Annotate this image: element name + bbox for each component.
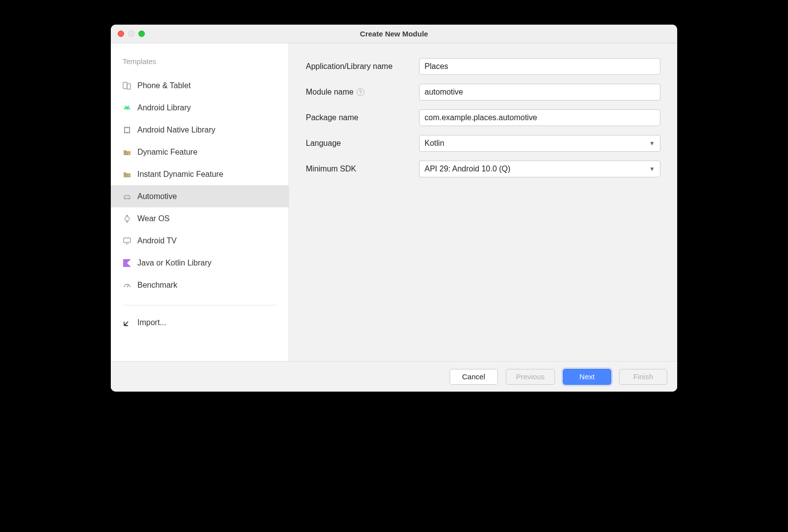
sidebar-item-label: Phone & Tablet <box>137 81 191 90</box>
templates-sidebar: Templates Phone & Tablet Android Library… <box>111 43 289 361</box>
sidebar-item-label: Java or Kotlin Library <box>137 259 211 267</box>
svg-rect-13 <box>128 153 130 155</box>
sidebar-item-java-kotlin-library[interactable]: Java or Kotlin Library <box>111 252 289 274</box>
svg-point-2 <box>126 107 127 108</box>
label-min-sdk: Minimum SDK <box>306 165 419 173</box>
sidebar-item-label: Dynamic Feature <box>137 148 197 157</box>
svg-line-19 <box>127 285 129 287</box>
svg-line-4 <box>125 105 126 107</box>
svg-rect-6 <box>125 128 130 133</box>
devices-icon <box>123 81 131 90</box>
cancel-button[interactable]: Cancel <box>450 369 498 385</box>
folder-bolt-icon <box>123 170 131 179</box>
titlebar: Create New Module <box>111 25 677 43</box>
sidebar-item-label: Benchmark <box>137 281 177 290</box>
sidebar-separator <box>123 305 277 305</box>
chevron-down-icon: ▼ <box>649 140 655 147</box>
svg-rect-0 <box>123 82 127 89</box>
select-value: Kotlin <box>425 139 444 148</box>
import-icon <box>123 318 131 327</box>
sidebar-item-instant-dynamic-feature[interactable]: Instant Dynamic Feature <box>111 163 289 185</box>
sidebar-item-label: Import... <box>137 318 166 327</box>
finish-button: Finish <box>619 369 667 385</box>
row-language: Language Kotlin ▼ <box>306 135 660 152</box>
watch-icon <box>123 214 131 223</box>
chevron-down-icon: ▼ <box>649 166 655 172</box>
sidebar-item-label: Android Library <box>137 103 191 112</box>
close-icon[interactable] <box>118 31 124 37</box>
svg-point-3 <box>128 107 129 108</box>
sidebar-item-wear-os[interactable]: Wear OS <box>111 207 289 230</box>
app-name-input[interactable] <box>419 58 660 75</box>
select-value: API 29: Android 10.0 (Q) <box>425 165 510 173</box>
svg-rect-1 <box>127 84 131 89</box>
sidebar-item-label: Android Native Library <box>137 126 215 134</box>
kotlin-icon <box>123 259 131 267</box>
native-icon <box>123 126 131 134</box>
dialog-window: Create New Module Templates Phone & Tabl… <box>111 25 677 392</box>
svg-rect-15 <box>126 215 128 216</box>
gauge-icon <box>123 281 131 290</box>
sidebar-heading: Templates <box>111 57 289 74</box>
row-app-name: Application/Library name <box>306 58 660 75</box>
row-min-sdk: Minimum SDK API 29: Android 10.0 (Q) ▼ <box>306 161 660 177</box>
next-button[interactable]: Next <box>563 369 611 385</box>
window-controls <box>118 31 145 37</box>
dialog-body: Templates Phone & Tablet Android Library… <box>111 43 677 361</box>
sidebar-item-phone-tablet[interactable]: Phone & Tablet <box>111 74 289 97</box>
folder-icon <box>123 148 131 157</box>
svg-rect-16 <box>126 221 128 222</box>
svg-rect-17 <box>124 238 131 242</box>
label-language: Language <box>306 139 419 148</box>
svg-line-5 <box>129 105 130 107</box>
sidebar-item-benchmark[interactable]: Benchmark <box>111 274 289 296</box>
package-name-input[interactable] <box>419 109 660 126</box>
sidebar-item-label: Wear OS <box>137 214 170 223</box>
sidebar-item-android-library[interactable]: Android Library <box>111 97 289 119</box>
min-sdk-select[interactable]: API 29: Android 10.0 (Q) ▼ <box>419 161 660 177</box>
tv-icon <box>123 236 131 245</box>
car-icon <box>123 192 131 201</box>
module-name-input[interactable] <box>419 84 660 100</box>
minimize-icon <box>128 31 134 37</box>
window-title: Create New Module <box>111 30 677 38</box>
sidebar-item-import[interactable]: Import... <box>111 311 289 333</box>
language-select[interactable]: Kotlin ▼ <box>419 135 660 152</box>
sidebar-item-label: Instant Dynamic Feature <box>137 170 223 179</box>
label-app-name: Application/Library name <box>306 62 419 71</box>
row-package-name: Package name <box>306 109 660 126</box>
previous-button: Previous <box>506 369 555 385</box>
sidebar-item-label: Android TV <box>137 236 177 245</box>
row-module-name: Module name ? <box>306 84 660 100</box>
help-icon[interactable]: ? <box>357 88 364 96</box>
sidebar-item-android-native-library[interactable]: Android Native Library <box>111 119 289 141</box>
zoom-icon[interactable] <box>138 31 145 37</box>
dialog-footer: Cancel Previous Next Finish <box>111 361 677 392</box>
sidebar-item-android-tv[interactable]: Android TV <box>111 230 289 252</box>
label-package-name: Package name <box>306 113 419 122</box>
form-panel: Application/Library name Module name ? P… <box>289 43 677 361</box>
svg-point-14 <box>125 216 130 221</box>
sidebar-item-dynamic-feature[interactable]: Dynamic Feature <box>111 141 289 163</box>
android-icon <box>123 103 131 112</box>
sidebar-item-label: Automotive <box>137 192 177 201</box>
label-module-name: Module name ? <box>306 88 419 97</box>
sidebar-item-automotive[interactable]: Automotive <box>111 185 289 207</box>
